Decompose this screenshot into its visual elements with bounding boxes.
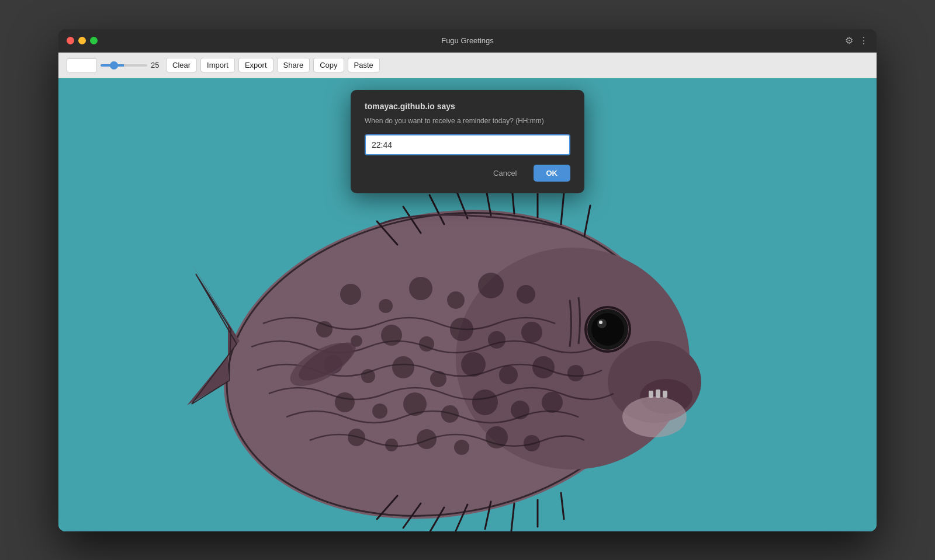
minimize-button[interactable] (78, 37, 86, 44)
traffic-lights (67, 37, 98, 44)
paste-button[interactable]: Paste (348, 58, 380, 72)
menu-icon[interactable]: ⋮ (859, 35, 868, 46)
dialog-buttons: Cancel OK (365, 165, 570, 182)
import-button[interactable]: Import (200, 58, 235, 72)
clear-button[interactable]: Clear (166, 58, 197, 72)
share-button[interactable]: Share (277, 58, 310, 72)
canvas-area[interactable]: tomayac.github.io says When do you want … (58, 78, 877, 531)
title-bar-actions: ⚙ ⋮ (845, 35, 868, 46)
window-title: Fugu Greetings (441, 36, 494, 45)
maximize-button[interactable] (90, 37, 98, 44)
export-button[interactable]: Export (238, 58, 273, 72)
brush-size-slider[interactable] (101, 64, 147, 67)
dialog-title: tomayac.github.io says (365, 102, 570, 111)
browser-window: Fugu Greetings ⚙ ⋮ 25 Clear Import Expor… (58, 29, 877, 531)
ok-button[interactable]: OK (534, 165, 571, 182)
slider-container: 25 (101, 61, 162, 69)
dialog: tomayac.github.io says When do you want … (351, 90, 584, 193)
reminder-time-input[interactable] (365, 134, 570, 155)
toolbar: 25 Clear Import Export Share Copy Paste (58, 53, 877, 78)
close-button[interactable] (67, 37, 74, 44)
slider-value: 25 (151, 61, 162, 69)
extensions-icon[interactable]: ⚙ (845, 35, 853, 46)
title-bar: Fugu Greetings ⚙ ⋮ (58, 29, 877, 53)
dialog-message: When do you want to receive a reminder t… (365, 116, 570, 126)
dialog-overlay: tomayac.github.io says When do you want … (58, 78, 877, 531)
cancel-button[interactable]: Cancel (483, 165, 527, 182)
pen-preview (67, 58, 97, 72)
copy-button[interactable]: Copy (313, 58, 344, 72)
